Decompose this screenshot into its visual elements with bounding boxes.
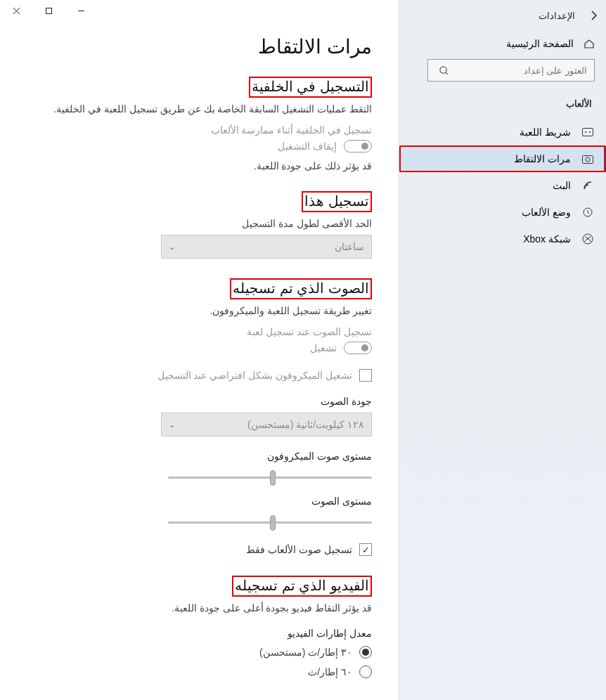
- gamemode-icon: [581, 207, 593, 218]
- checkbox-checked-icon: ✓: [359, 543, 372, 556]
- audio-quality-label: جودة الصوت: [21, 396, 372, 407]
- captures-icon: [581, 154, 593, 164]
- page-title: مرات الالتقاط: [21, 35, 372, 58]
- section-recorded-audio: الصوت الذي تم تسجيله تغيير طريقة تسجيل ا…: [21, 278, 372, 556]
- sidebar-item-label: شريط اللعبة: [520, 127, 571, 138]
- broadcast-icon: [581, 180, 593, 191]
- fps-60-radio[interactable]: ٦٠ إطار/ث: [21, 666, 372, 678]
- mic-default-checkbox[interactable]: تشغيل الميكروفون بشكل افتراضي عند التسجي…: [21, 369, 372, 382]
- svg-point-0: [440, 66, 446, 72]
- chevron-down-icon: ⌄: [169, 242, 175, 252]
- desc-recorded-video: قد يؤثر التقاط فيديو بجودة أعلى على جودة…: [21, 602, 372, 614]
- search-wrapper: [399, 59, 606, 94]
- svg-point-5: [586, 157, 590, 162]
- bg-note: قد يؤثر ذلك على جودة اللعبة.: [21, 160, 372, 171]
- sidebar-item-label: شبكة Xbox: [523, 233, 571, 245]
- fps-30-label: ٣٠ إطار/ث (مستحسن): [259, 647, 352, 658]
- section-recorded-video: الفيديو الذي تم تسجيله قد يؤثر التقاط في…: [21, 576, 372, 678]
- minimize-button[interactable]: [65, 0, 97, 21]
- audio-toggle[interactable]: تشغيل: [310, 342, 372, 354]
- svg-rect-8: [46, 8, 51, 13]
- search-input[interactable]: [449, 65, 594, 76]
- fps-60-label: ٦٠ إطار/ث: [308, 666, 352, 678]
- system-volume-slider[interactable]: [168, 514, 372, 531]
- sidebar-item-label: البث: [553, 180, 571, 191]
- bg-toggle[interactable]: إيقاف التشغيل: [278, 140, 372, 153]
- heading-recorded-audio: الصوت الذي تم تسجيله: [230, 278, 372, 299]
- sidebar-item-gamebar[interactable]: شريط اللعبة: [399, 119, 606, 145]
- category-label: الألعاب: [399, 94, 606, 119]
- main-content: مرات الالتقاط التسجيل في الخلفية التقط ع…: [0, 0, 399, 700]
- mic-volume-slider[interactable]: [168, 469, 372, 486]
- bg-toggle-label: تسجيل في الخلفية أثناء ممارسة الألعاب: [21, 124, 372, 136]
- back-icon[interactable]: [585, 10, 599, 21]
- svg-point-3: [589, 131, 591, 133]
- audio-toggle-state: تشغيل: [310, 342, 337, 354]
- radio-selected-icon: [359, 646, 372, 659]
- audio-quality-value: ١٢٨ كيلوبت/ثانية (مستحسن): [247, 419, 364, 430]
- mic-default-label: تشغيل الميكروفون بشكل افتراضي عند التسجي…: [157, 370, 352, 381]
- search-icon[interactable]: [428, 65, 449, 76]
- home-link[interactable]: الصفحة الرئيسية: [399, 31, 606, 59]
- fps-label: معدل إطارات الفيديو: [21, 628, 372, 639]
- game-audio-only-label: تسجيل صوت الألعاب فقط: [246, 544, 352, 555]
- sidebar-item-gamemode[interactable]: وضع الألعاب: [399, 199, 606, 226]
- heading-recorded-video: الفيديو الذي تم تسجيله: [232, 576, 372, 597]
- app-title: الإعدادات: [539, 11, 575, 21]
- audio-quality-select[interactable]: ١٢٨ كيلوبت/ثانية (مستحسن) ⌄: [161, 413, 372, 436]
- close-button[interactable]: [0, 0, 32, 21]
- home-icon: [582, 38, 595, 49]
- heading-record-this: تسجيل هذا: [302, 191, 372, 212]
- sidebar-item-label: مرات الالتقاط: [514, 153, 571, 164]
- home-label: الصفحة الرئيسية: [506, 38, 574, 49]
- chevron-down-icon: ⌄: [169, 420, 175, 429]
- titlebar: الإعدادات: [399, 6, 606, 31]
- sidebar-item-xbox[interactable]: شبكة Xbox: [399, 226, 606, 252]
- maximize-button[interactable]: [32, 0, 65, 21]
- heading-background-recording: التسجيل في الخلفية: [249, 77, 372, 98]
- radio-icon: [359, 666, 372, 678]
- mic-volume-label: مستوى صوت الميكروفون: [21, 451, 372, 462]
- svg-rect-4: [583, 156, 593, 164]
- system-volume-label: مستوى الصوت: [21, 495, 372, 507]
- search-box[interactable]: [427, 59, 595, 82]
- game-audio-only-checkbox[interactable]: ✓ تسجيل صوت الألعاب فقط: [21, 543, 372, 556]
- svg-rect-1: [583, 129, 593, 136]
- section-background-recording: التسجيل في الخلفية التقط عمليات التشغيل …: [21, 77, 372, 171]
- desc-background-recording: التقط عمليات التشغيل السابقة الخاصة بك ع…: [21, 103, 372, 115]
- bg-toggle-state: إيقاف التشغيل: [278, 141, 337, 152]
- toggle-track: [344, 140, 372, 153]
- section-record-this: تسجيل هذا الحد الأقصى لطول مدة التسجيل س…: [21, 191, 372, 259]
- sidebar-item-broadcast[interactable]: البث: [399, 172, 606, 199]
- checkbox-icon: [359, 369, 372, 382]
- desc-recorded-audio: تغيير طريقة تسجيل اللعبة والميكروفون.: [21, 305, 372, 316]
- fps-30-radio[interactable]: ٣٠ إطار/ث (مستحسن): [21, 646, 372, 659]
- sidebar-item-label: وضع الألعاب: [522, 207, 571, 218]
- max-length-value: ساعتان: [335, 241, 364, 252]
- audio-toggle-label: تسجيل الصوت عند تسجيل لعبة: [21, 326, 372, 337]
- gamebar-icon: [581, 128, 593, 136]
- svg-point-2: [585, 131, 586, 133]
- settings-sidebar: الإعدادات الصفحة الرئيسية الألعاب شريط ا…: [399, 0, 606, 700]
- window-controls: [0, 0, 372, 25]
- desc-record-this: الحد الأقصى لطول مدة التسجيل: [21, 218, 372, 229]
- xbox-icon: [581, 233, 593, 245]
- max-length-select[interactable]: ساعتان ⌄: [161, 235, 372, 259]
- sidebar-item-captures[interactable]: مرات الالتقاط: [399, 145, 606, 172]
- toggle-track: [344, 342, 372, 354]
